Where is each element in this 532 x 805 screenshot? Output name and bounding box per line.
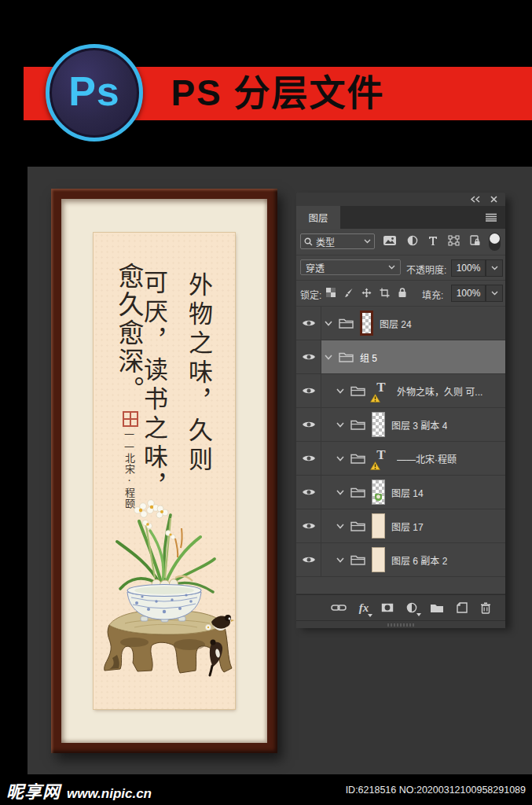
layer-row-content[interactable]: T 图层 17 bbox=[321, 509, 505, 542]
layer-row-content[interactable]: T 图层 3 副本 4 bbox=[321, 408, 505, 441]
layer-styles-icon[interactable]: fx bbox=[359, 602, 369, 614]
fill-label: 填充: bbox=[422, 288, 443, 301]
visibility-toggle[interactable] bbox=[296, 340, 321, 373]
group-folder-icon bbox=[350, 520, 365, 531]
layer-row[interactable]: T 组 5 bbox=[296, 340, 505, 374]
filter-type-layers-icon[interactable] bbox=[428, 236, 438, 246]
visibility-toggle[interactable] bbox=[296, 374, 321, 407]
opacity-dropdown[interactable] bbox=[486, 259, 503, 277]
new-group-icon[interactable] bbox=[430, 603, 444, 613]
panel-resize-grip[interactable] bbox=[296, 620, 505, 628]
photoshop-logo-text: Ps bbox=[68, 68, 120, 115]
eye-icon bbox=[302, 318, 316, 328]
panel-title-bar bbox=[296, 193, 505, 206]
eye-icon bbox=[302, 454, 316, 463]
panel-tab-bar: 图层 bbox=[296, 206, 505, 229]
chevron-down-icon bbox=[491, 266, 498, 270]
group-expand-chevron-icon[interactable] bbox=[336, 388, 344, 394]
fill-value[interactable]: 100% bbox=[451, 285, 486, 302]
visibility-toggle[interactable] bbox=[296, 307, 321, 340]
filter-toggle[interactable] bbox=[489, 233, 501, 251]
visibility-toggle[interactable] bbox=[296, 509, 321, 542]
lock-transparent-pixels-icon[interactable] bbox=[326, 288, 336, 297]
new-layer-icon[interactable] bbox=[457, 602, 468, 613]
opacity-label: 不透明度: bbox=[406, 263, 446, 276]
group-folder-icon bbox=[339, 351, 354, 362]
lock-artboard-icon[interactable] bbox=[380, 288, 390, 298]
artwork-paper: 外物之味，久则 可厌，读书之味， 愈久愈深。 ——北宋·程颐 bbox=[94, 233, 235, 709]
layer-thumbnail[interactable] bbox=[372, 513, 385, 539]
group-folder-icon bbox=[339, 318, 354, 329]
layer-label: 图层 6 副本 2 bbox=[391, 553, 447, 567]
group-folder-icon bbox=[350, 385, 365, 396]
layer-row-content[interactable]: T 图层 24 bbox=[321, 307, 505, 340]
layer-row[interactable]: T 图层 17 bbox=[296, 509, 505, 543]
layer-row[interactable]: T 图层 24 bbox=[296, 307, 505, 340]
layer-thumbnail[interactable] bbox=[360, 311, 373, 336]
calligraphy-column: 愈久愈深。 bbox=[110, 263, 148, 404]
calligraphy-column: 外物之味，久则 bbox=[182, 272, 217, 476]
group-expand-chevron-icon[interactable] bbox=[336, 490, 344, 495]
artwork-mat: 外物之味，久则 可厌，读书之味， 愈久愈深。 ——北宋·程颐 bbox=[61, 199, 267, 743]
layer-row-content[interactable]: T 图层 6 副本 2 bbox=[321, 543, 505, 576]
layer-row-content[interactable]: T ——北宋·程颐 bbox=[321, 442, 505, 475]
link-layers-icon[interactable] bbox=[331, 603, 347, 612]
layer-thumbnail[interactable] bbox=[372, 412, 385, 437]
group-folder-icon bbox=[350, 453, 365, 464]
layer-filter-row: 类型 bbox=[296, 229, 505, 255]
filter-adjustment-layers-icon[interactable] bbox=[407, 235, 418, 246]
filter-type-dropdown[interactable]: 类型 bbox=[300, 233, 375, 249]
add-layer-mask-icon[interactable] bbox=[381, 603, 394, 612]
blend-mode-dropdown[interactable]: 穿透 bbox=[300, 259, 401, 275]
delete-layer-icon[interactable] bbox=[480, 602, 491, 614]
opacity-value[interactable]: 100% bbox=[451, 259, 486, 277]
layer-row[interactable]: T 图层 3 副本 4 bbox=[296, 408, 505, 442]
group-expand-chevron-icon[interactable] bbox=[336, 422, 344, 428]
group-expand-chevron-icon[interactable] bbox=[336, 456, 344, 461]
lock-row: 锁定: bbox=[296, 281, 505, 307]
layer-list-filler bbox=[296, 577, 505, 594]
blend-mode-row: 穿透 不透明度: 100% bbox=[296, 255, 505, 281]
layer-row-content[interactable]: T 外物之味，久则 可... bbox=[321, 374, 505, 407]
filter-type-label: 类型 bbox=[316, 235, 335, 248]
tab-layers[interactable]: 图层 bbox=[296, 206, 340, 229]
text-layer-icon: T bbox=[372, 380, 391, 401]
layer-row-content[interactable]: T 组 5 bbox=[321, 340, 505, 373]
panel-menu-icon[interactable] bbox=[485, 213, 497, 222]
visibility-toggle[interactable] bbox=[296, 442, 321, 475]
layer-label: 组 5 bbox=[360, 351, 377, 364]
layer-row[interactable]: T ——北宋·程颐 bbox=[296, 442, 505, 476]
missing-font-warning-icon bbox=[370, 461, 380, 470]
lock-position-icon[interactable] bbox=[361, 288, 372, 298]
visibility-toggle[interactable] bbox=[296, 408, 321, 441]
filter-shape-layers-icon[interactable] bbox=[448, 235, 460, 246]
close-panel-icon[interactable] bbox=[490, 196, 497, 203]
visibility-toggle[interactable] bbox=[296, 476, 321, 509]
layer-row-content[interactable]: T 图层 14 bbox=[321, 476, 505, 509]
lock-image-pixels-icon[interactable] bbox=[343, 288, 354, 298]
layer-label: 图层 3 副本 4 bbox=[391, 418, 447, 432]
asset-id: ID:6218516 NO:20200312100958291089 bbox=[346, 785, 526, 796]
group-folder-icon bbox=[350, 554, 365, 565]
fill-dropdown[interactable] bbox=[486, 285, 503, 302]
layer-row[interactable]: T 图层 6 副本 2 bbox=[296, 543, 505, 577]
group-expand-chevron-icon[interactable] bbox=[325, 321, 332, 326]
collapse-panel-icon[interactable] bbox=[470, 196, 480, 203]
group-expand-chevron-icon[interactable] bbox=[325, 355, 332, 360]
layer-label: 图层 24 bbox=[380, 317, 412, 330]
layer-thumbnail[interactable] bbox=[372, 547, 385, 572]
filter-pixel-layers-icon[interactable] bbox=[383, 235, 397, 246]
group-folder-icon bbox=[350, 419, 365, 430]
visibility-toggle[interactable] bbox=[296, 543, 321, 576]
lock-label: 锁定: bbox=[300, 288, 321, 301]
layer-row[interactable]: T 图层 14 bbox=[296, 476, 505, 509]
group-expand-chevron-icon[interactable] bbox=[336, 524, 344, 529]
footer-bar: 昵享网 www.nipic.cn ID:6218516 NO:202003121… bbox=[0, 774, 532, 805]
layer-row[interactable]: T 外物之味，久则 可... bbox=[296, 374, 505, 408]
new-adjustment-layer-icon[interactable] bbox=[406, 602, 417, 613]
layer-thumbnail[interactable] bbox=[372, 480, 385, 505]
panel-toolbar: fx bbox=[296, 594, 505, 620]
lock-all-icon[interactable] bbox=[398, 287, 407, 298]
filter-smart-objects-icon[interactable] bbox=[470, 235, 480, 246]
group-expand-chevron-icon[interactable] bbox=[336, 557, 344, 563]
